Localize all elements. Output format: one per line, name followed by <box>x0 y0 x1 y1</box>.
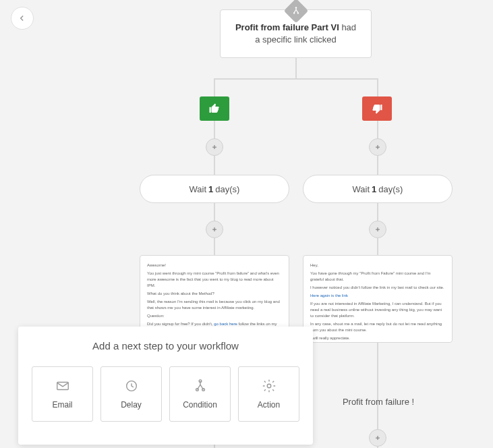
email-line: You just went through my mini course "Pr… <box>147 271 282 289</box>
svg-point-0 <box>295 7 296 8</box>
add-step-popup: Add a next step to your workflow Email D… <box>18 327 313 445</box>
email-icon <box>55 379 70 393</box>
svg-point-1 <box>293 12 294 13</box>
arrow-left-icon <box>18 13 27 23</box>
svg-point-2 <box>297 12 298 13</box>
step-option-condition[interactable]: Condition <box>169 366 231 422</box>
step-option-label: Delay <box>121 400 142 410</box>
step-option-label: Email <box>52 400 72 410</box>
condition-text: Profit from failure Part VI had a specif… <box>234 22 357 46</box>
branch-yes-badge <box>200 96 229 121</box>
wait-num: 1 <box>208 184 213 194</box>
clock-icon <box>124 379 139 393</box>
wait-node-left[interactable]: Wait 1 day(s) <box>140 175 289 203</box>
step-option-delay[interactable]: Delay <box>100 366 162 422</box>
email-line: I however noticed you didn't follow the … <box>310 285 445 291</box>
popup-options: Email Delay Condition Action <box>32 366 299 422</box>
email-line: If you are not interested in Affiliate M… <box>310 301 445 319</box>
thumbs-down-icon <box>371 103 383 115</box>
condition-node[interactable]: Profit from failure Part VI had a specif… <box>220 9 372 58</box>
svg-point-5 <box>199 380 202 383</box>
back-button[interactable] <box>11 7 34 30</box>
add-step-button[interactable] <box>206 221 223 238</box>
step-option-action[interactable]: Action <box>238 366 299 422</box>
email-line: Hey, <box>310 262 445 269</box>
email-line: What do you think about the Method? <box>147 291 282 297</box>
popup-title: Add a next step to your workflow <box>32 340 299 352</box>
wait-text: Wait <box>190 184 207 194</box>
email-line: You have gone through my "Profit from Fa… <box>310 271 445 283</box>
step-option-label: Action <box>258 400 280 410</box>
add-step-button[interactable] <box>369 429 386 447</box>
wait-num: 1 <box>372 184 376 194</box>
email-node-right[interactable]: Hey, You have gone through my "Profit fr… <box>303 255 453 343</box>
add-step-button[interactable] <box>206 138 223 156</box>
email-line: In any case, shoot me a mail, let me rep… <box>310 321 445 333</box>
condition-diamond-icon <box>283 0 308 23</box>
add-step-button[interactable] <box>369 138 386 156</box>
email-line: Awesome! <box>147 262 282 269</box>
email-line: I will really appreciate. <box>310 335 445 341</box>
email-line: Well, the reason I'm sending this mail i… <box>147 299 282 311</box>
step-option-email[interactable]: Email <box>32 366 93 422</box>
wait-node-right[interactable]: Wait 1 day(s) <box>303 175 453 203</box>
branch-no-badge <box>362 96 392 121</box>
gear-icon <box>262 379 277 393</box>
email-line: Question: <box>147 313 282 319</box>
branch-icon <box>193 379 208 393</box>
wait-text: Wait <box>353 184 370 194</box>
wait-text: day(s) <box>215 184 239 194</box>
svg-point-8 <box>267 384 271 388</box>
wait-text: day(s) <box>378 184 403 194</box>
email-node-title: Profit from failure ! <box>324 397 432 407</box>
email-line: Here again is the link <box>310 293 445 299</box>
thumbs-up-icon <box>208 103 221 115</box>
add-step-button[interactable] <box>369 221 386 238</box>
step-option-label: Condition <box>183 400 217 410</box>
svg-rect-3 <box>57 383 68 390</box>
